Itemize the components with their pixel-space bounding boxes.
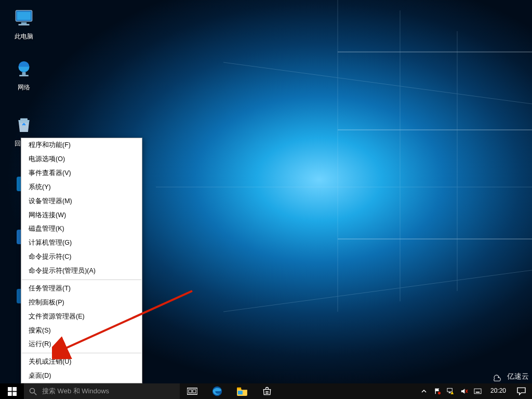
svg-point-39	[438, 392, 441, 394]
start-button[interactable]	[0, 383, 24, 399]
menu-command-prompt[interactable]: 命令提示符(C)	[21, 250, 142, 264]
svg-point-21	[498, 377, 499, 378]
svg-point-26	[30, 388, 35, 393]
network-icon	[11, 56, 36, 81]
tray-volume-icon[interactable]	[458, 383, 471, 399]
svg-rect-42	[474, 389, 481, 393]
flag-alert-icon	[434, 388, 441, 395]
desktop[interactable]: 此电脑 网络 回收站 控 M 程序和功能(F) 电源选项(O) 事件查看器(V	[0, 0, 532, 399]
svg-rect-16	[20, 118, 28, 121]
desktop-icon-this-pc[interactable]: 此电脑	[3, 5, 45, 41]
tray-network-icon[interactable]	[445, 383, 457, 399]
svg-rect-32	[237, 388, 241, 390]
menu-separator	[22, 353, 141, 353]
edge-icon	[211, 385, 223, 397]
menu-device-manager[interactable]: 设备管理器(M)	[21, 194, 142, 208]
svg-rect-41	[449, 392, 451, 393]
svg-rect-38	[435, 389, 436, 394]
taskbar-app-edge[interactable]	[205, 383, 230, 399]
menu-task-manager[interactable]: 任务管理器(T)	[21, 282, 142, 296]
menu-network-connections[interactable]: 网络连接(W)	[21, 208, 142, 222]
store-icon	[262, 386, 272, 396]
svg-rect-10	[17, 12, 31, 20]
tray-overflow-button[interactable]	[418, 383, 430, 399]
task-view-icon	[187, 387, 197, 395]
svg-rect-35	[267, 391, 268, 392]
taskbar-app-store[interactable]	[255, 383, 280, 399]
recycle-bin-icon	[11, 112, 36, 137]
clock-time: 20:20	[490, 388, 506, 394]
taskbar-search[interactable]: 搜索 Web 和 Windows	[24, 383, 180, 399]
menu-search[interactable]: 搜索(S)	[21, 324, 142, 338]
cloud-logo-icon	[490, 372, 504, 381]
menu-desktop[interactable]: 桌面(D)	[21, 369, 142, 383]
chevron-up-icon	[421, 389, 427, 394]
watermark: 亿速云	[490, 372, 529, 381]
desktop-icon-label: 网络	[3, 83, 45, 92]
menu-system[interactable]: 系统(Y)	[21, 180, 142, 194]
menu-power-options[interactable]: 电源选项(O)	[21, 152, 142, 166]
action-center-button[interactable]	[512, 387, 530, 395]
svg-line-5	[223, 270, 532, 312]
desktop-icon-label: 此电脑	[3, 32, 45, 41]
svg-rect-12	[19, 24, 30, 25]
svg-rect-22	[8, 387, 12, 391]
svg-rect-25	[12, 392, 17, 396]
menu-event-viewer[interactable]: 事件查看器(V)	[21, 166, 142, 180]
menu-control-panel[interactable]: 控制面板(P)	[21, 296, 142, 310]
folder-icon	[236, 387, 248, 396]
svg-rect-40	[447, 388, 452, 392]
svg-rect-30	[193, 390, 196, 393]
network-warn-icon	[447, 388, 455, 395]
computer-icon	[11, 5, 36, 30]
menu-command-prompt-admin[interactable]: 命令提示符(管理员)(A)	[21, 264, 142, 278]
tray-security-icon[interactable]	[431, 383, 444, 399]
desktop-icon-network[interactable]: 网络	[3, 56, 45, 92]
menu-computer-management[interactable]: 计算机管理(G)	[21, 236, 142, 250]
search-placeholder: 搜索 Web 和 Windows	[42, 387, 109, 396]
tray-ime-icon[interactable]	[472, 383, 484, 399]
taskbar: 搜索 Web 和 Windows	[0, 383, 532, 399]
svg-rect-36	[266, 393, 267, 394]
svg-rect-24	[8, 392, 12, 396]
taskbar-app-file-explorer[interactable]	[230, 383, 255, 399]
watermark-text: 亿速云	[507, 372, 529, 381]
system-tray: 20:20	[416, 383, 532, 399]
svg-rect-34	[266, 391, 267, 392]
menu-shutdown-logoff[interactable]: 关机或注销(U)	[21, 355, 142, 369]
volume-mute-icon	[460, 388, 468, 395]
menu-file-explorer[interactable]: 文件资源管理器(E)	[21, 310, 142, 324]
search-icon	[29, 388, 37, 395]
svg-rect-37	[267, 393, 268, 394]
menu-run[interactable]: 运行(R)	[21, 337, 142, 351]
svg-rect-43	[476, 392, 480, 393]
svg-rect-23	[12, 387, 17, 391]
svg-rect-14	[22, 72, 26, 75]
keyboard-icon	[474, 388, 482, 395]
svg-line-4	[223, 62, 532, 104]
svg-line-27	[34, 392, 37, 395]
winx-context-menu: 程序和功能(F) 电源选项(O) 事件查看器(V) 系统(Y) 设备管理器(M)…	[21, 138, 142, 383]
svg-rect-11	[21, 22, 27, 24]
windows-logo-icon	[8, 387, 17, 396]
svg-rect-29	[189, 390, 192, 393]
notification-icon	[517, 387, 526, 395]
menu-separator	[22, 280, 141, 280]
svg-rect-15	[19, 75, 29, 76]
task-view-button[interactable]	[180, 383, 205, 399]
menu-disk-management[interactable]: 磁盘管理(K)	[21, 222, 142, 236]
taskbar-clock[interactable]: 20:20	[485, 388, 511, 394]
menu-programs-features[interactable]: 程序和功能(F)	[21, 138, 142, 152]
svg-rect-33	[238, 391, 243, 394]
